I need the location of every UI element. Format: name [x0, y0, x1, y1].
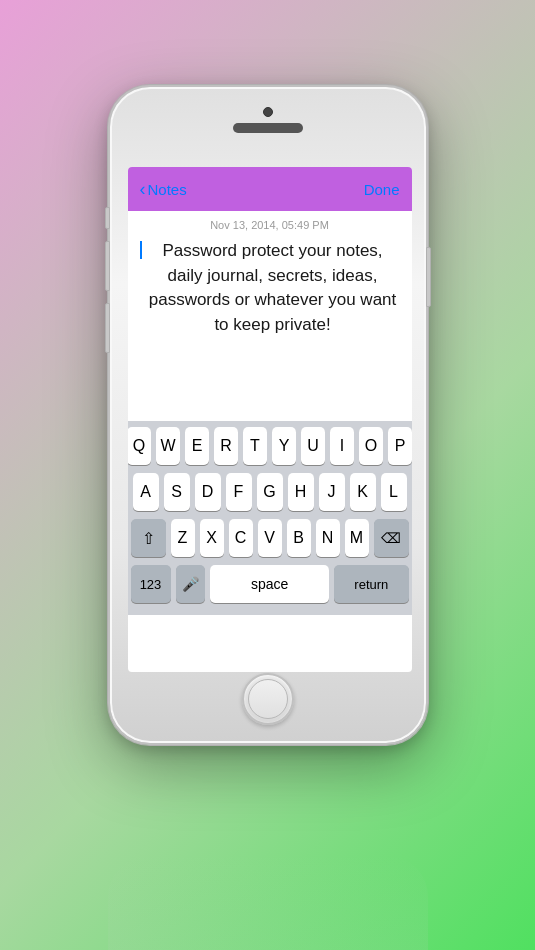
- text-cursor: [140, 241, 142, 259]
- key-t[interactable]: T: [243, 427, 267, 465]
- key-e[interactable]: E: [185, 427, 209, 465]
- key-m[interactable]: M: [345, 519, 369, 557]
- note-cursor-row: Password protect your notes, daily journ…: [140, 239, 400, 338]
- phone-reflection: [108, 855, 428, 950]
- back-label[interactable]: Notes: [148, 181, 187, 198]
- note-timestamp: Nov 13, 2014, 05:49 PM: [140, 219, 400, 231]
- space-label: space: [251, 576, 288, 592]
- shift-icon: ⇧: [142, 529, 155, 548]
- key-u[interactable]: U: [301, 427, 325, 465]
- key-row-4: 123 🎤 space return: [131, 565, 409, 603]
- key-k[interactable]: K: [350, 473, 376, 511]
- key-x[interactable]: X: [200, 519, 224, 557]
- key-row-2: A S D F G H J K L: [131, 473, 409, 511]
- key-v[interactable]: V: [258, 519, 282, 557]
- home-button[interactable]: [242, 673, 294, 725]
- key-i[interactable]: I: [330, 427, 354, 465]
- return-label: return: [354, 577, 388, 592]
- back-button[interactable]: ‹ Notes: [140, 180, 187, 198]
- key-r[interactable]: R: [214, 427, 238, 465]
- num-label: 123: [140, 577, 162, 592]
- nav-bar: ‹ Notes Done: [128, 167, 412, 211]
- key-row-3: ⇧ Z X C V B N M ⌫: [131, 519, 409, 557]
- volume-up-button: [105, 241, 110, 291]
- key-g[interactable]: G: [257, 473, 283, 511]
- key-l[interactable]: L: [381, 473, 407, 511]
- key-p[interactable]: P: [388, 427, 412, 465]
- key-o[interactable]: O: [359, 427, 383, 465]
- volume-down-button: [105, 303, 110, 353]
- speaker-grille: [233, 123, 303, 133]
- note-area: Nov 13, 2014, 05:49 PM Password protect …: [128, 211, 412, 421]
- key-s[interactable]: S: [164, 473, 190, 511]
- home-button-inner: [248, 679, 288, 719]
- key-a[interactable]: A: [133, 473, 159, 511]
- done-button[interactable]: Done: [364, 181, 400, 198]
- chevron-left-icon: ‹: [140, 180, 146, 198]
- side-buttons-left: [105, 207, 110, 353]
- mute-button: [105, 207, 110, 229]
- key-w[interactable]: W: [156, 427, 180, 465]
- key-j[interactable]: J: [319, 473, 345, 511]
- side-buttons-right: [426, 247, 431, 307]
- key-b[interactable]: B: [287, 519, 311, 557]
- mic-key[interactable]: 🎤: [176, 565, 206, 603]
- phone-shell: ‹ Notes Done Nov 13, 2014, 05:49 PM Pass…: [108, 85, 428, 745]
- shift-key[interactable]: ⇧: [131, 519, 166, 557]
- key-h[interactable]: H: [288, 473, 314, 511]
- note-body[interactable]: Password protect your notes, daily journ…: [146, 239, 400, 338]
- camera-dot: [263, 107, 273, 117]
- key-d[interactable]: D: [195, 473, 221, 511]
- mic-icon: 🎤: [182, 576, 199, 592]
- key-row-1: Q W E R T Y U I O P: [131, 427, 409, 465]
- key-y[interactable]: Y: [272, 427, 296, 465]
- key-z[interactable]: Z: [171, 519, 195, 557]
- phone-device: ‹ Notes Done Nov 13, 2014, 05:49 PM Pass…: [108, 85, 428, 865]
- delete-icon: ⌫: [381, 530, 401, 546]
- keyboard: Q W E R T Y U I O P A S: [128, 421, 412, 615]
- num-key[interactable]: 123: [131, 565, 171, 603]
- phone-top-bar: [198, 107, 338, 133]
- phone-screen: ‹ Notes Done Nov 13, 2014, 05:49 PM Pass…: [128, 167, 412, 672]
- space-key[interactable]: space: [210, 565, 329, 603]
- delete-key[interactable]: ⌫: [374, 519, 409, 557]
- key-q[interactable]: Q: [128, 427, 152, 465]
- screen-container: ‹ Notes Done Nov 13, 2014, 05:49 PM Pass…: [128, 167, 412, 672]
- power-button: [426, 247, 431, 307]
- key-f[interactable]: F: [226, 473, 252, 511]
- return-key[interactable]: return: [334, 565, 408, 603]
- key-c[interactable]: C: [229, 519, 253, 557]
- key-n[interactable]: N: [316, 519, 340, 557]
